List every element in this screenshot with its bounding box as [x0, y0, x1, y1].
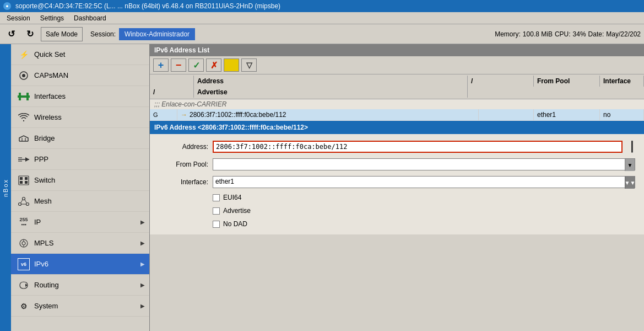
svg-point-17	[23, 197, 25, 200]
remove-button[interactable]: −	[171, 58, 186, 72]
address-input[interactable]	[213, 141, 623, 153]
no-dad-label: No DAD	[223, 220, 247, 228]
bridge-icon	[18, 132, 30, 145]
session-label: Session:	[90, 30, 116, 38]
safe-mode-button[interactable]: Safe Mode	[41, 27, 83, 41]
title-text: soporte@C4:AD:34:7E:92:5C (L... ... nBox…	[15, 2, 280, 10]
cursor-icon: ┃	[629, 141, 635, 153]
sidebar-label-system: System	[34, 302, 58, 310]
col-address[interactable]: Address	[194, 76, 468, 87]
comment-button[interactable]	[224, 58, 239, 72]
panel-toolbar: + − ✓ ✗ ▽	[150, 56, 644, 74]
from-pool-container: ▼	[213, 158, 635, 170]
sidebar-label-ipv6: IPv6	[34, 260, 48, 268]
col-flag	[150, 76, 194, 87]
svg-rect-4	[26, 93, 29, 100]
svg-point-24	[22, 242, 25, 245]
session-value: Winbox-Administrador	[119, 28, 195, 40]
mpls-arrow: ▶	[140, 240, 145, 246]
sidebar-label-switch: Switch	[34, 176, 55, 184]
sidebar-item-mpls[interactable]: MPLS ▶	[11, 233, 149, 254]
menu-dashboard[interactable]: Dashboard	[69, 14, 111, 23]
svg-line-20	[21, 200, 23, 203]
detail-form: Address: ┃ From Pool: ▼ Interface: ether…	[150, 134, 644, 234]
sidebar-item-wireless[interactable]: Wireless	[11, 107, 149, 128]
table-header: Address / From Pool Interface / Advertis…	[150, 74, 644, 99]
mesh-icon	[18, 195, 30, 207]
sidebar-item-ipv6[interactable]: v6 IPv6 ▶	[11, 254, 149, 275]
from-pool-dropdown[interactable]: ▼	[625, 159, 635, 171]
sidebar-item-mesh[interactable]: Mesh	[11, 191, 149, 212]
sidebar-item-system[interactable]: ⚙ System ▶	[11, 296, 149, 317]
sidebar-item-switch[interactable]: Switch	[11, 170, 149, 191]
date-label: Date:	[588, 30, 604, 38]
advertise-label: Advertise	[223, 207, 251, 215]
svg-point-18	[19, 202, 21, 205]
row-arrow: →	[181, 111, 187, 119]
filter-button[interactable]: ▽	[241, 58, 257, 72]
row-address-value: 2806:3f7:1002::ffff:f0ca:bebe/112	[190, 111, 286, 119]
main-layout: nBox ⚡ Quick Set CAPsMAN Interfaces	[0, 44, 644, 331]
address-label: Address:	[159, 143, 208, 151]
from-pool-row: From Pool: ▼	[159, 158, 635, 170]
col-sep1: /	[468, 76, 534, 87]
sidebar-label-ppp: PPP	[34, 155, 48, 163]
quick-set-icon: ⚡	[18, 49, 30, 61]
disable-button[interactable]: ✗	[206, 58, 221, 72]
row-interface: ether1	[534, 109, 600, 120]
svg-line-21	[25, 200, 27, 203]
sidebar-item-routing[interactable]: Routing ▶	[11, 275, 149, 296]
menu-settings[interactable]: Settings	[36, 14, 68, 23]
status-info: Memory: 100.8 MiB CPU: 34% Date: May/22/…	[495, 30, 641, 38]
interface-label: Interface:	[159, 178, 208, 186]
interface-row: Interface: ether1 ▼▼	[159, 176, 635, 188]
interface-dropdown[interactable]: ▼▼	[625, 177, 635, 189]
sidebar-label-routing: Routing	[34, 281, 59, 289]
eui64-label: EUI64	[223, 194, 241, 201]
title-bar: ● soporte@C4:AD:34:7E:92:5C (L... ... nB…	[0, 0, 644, 12]
sidebar-label-mpls: MPLS	[34, 239, 53, 247]
advertise-checkbox[interactable]	[213, 207, 220, 215]
eui64-checkbox[interactable]	[213, 194, 220, 201]
sidebar-item-capsman[interactable]: CAPsMAN	[11, 65, 149, 86]
system-icon: ⚙	[18, 300, 30, 312]
svg-rect-14	[25, 177, 28, 180]
col-advertise[interactable]: Advertise	[194, 87, 468, 98]
add-button[interactable]: +	[153, 58, 169, 72]
sidebar-item-interfaces[interactable]: Interfaces	[11, 86, 149, 107]
memory-label: Memory:	[495, 30, 521, 38]
svg-point-1	[22, 74, 25, 77]
sidebar-label-interfaces: Interfaces	[34, 92, 66, 100]
section-header: ;;; Enlace-con-CARRIER	[150, 99, 644, 109]
no-dad-row: No DAD	[213, 220, 635, 228]
interface-container: ether1 ▼▼	[213, 176, 635, 188]
sidebar-item-quick-set[interactable]: ⚡ Quick Set	[11, 44, 149, 65]
row-from-pool	[479, 109, 534, 120]
svg-rect-3	[19, 93, 21, 100]
redo-button[interactable]: ↻	[22, 28, 37, 41]
col-interface[interactable]: Interface	[600, 76, 644, 87]
menu-session[interactable]: Session	[2, 14, 35, 23]
sidebar-item-bridge[interactable]: Bridge	[11, 128, 149, 149]
svg-rect-15	[20, 181, 23, 184]
sidebar-label-mesh: Mesh	[34, 197, 52, 205]
col-sep2: /	[150, 87, 194, 98]
cpu-value: 34%	[573, 30, 586, 38]
ipv6-icon: v6	[18, 258, 30, 270]
table-row[interactable]: G → 2806:3f7:1002::ffff:f0ca:bebe/112 et…	[150, 109, 644, 121]
no-dad-checkbox[interactable]	[213, 221, 220, 228]
row-flag: G	[150, 109, 177, 120]
svg-marker-9	[25, 157, 29, 162]
ip-icon: 255▪▪▪	[18, 216, 30, 228]
routing-icon	[18, 279, 30, 291]
svg-rect-13	[20, 177, 23, 180]
enable-button[interactable]: ✓	[188, 58, 204, 72]
sidebar-item-ip[interactable]: 255▪▪▪ IP ▶	[11, 212, 149, 233]
col-from-pool[interactable]: From Pool	[534, 76, 600, 87]
sidebar-label-capsman: CAPsMAN	[34, 71, 68, 79]
ip-arrow: ▶	[140, 219, 145, 225]
refresh-button[interactable]: ↺	[3, 28, 19, 41]
row-advertise: no	[600, 109, 644, 120]
detail-panel-title: IPv6 Address <2806:3f7:1002::ffff:f0ca:b…	[150, 121, 644, 134]
sidebar-item-ppp[interactable]: PPP	[11, 149, 149, 170]
